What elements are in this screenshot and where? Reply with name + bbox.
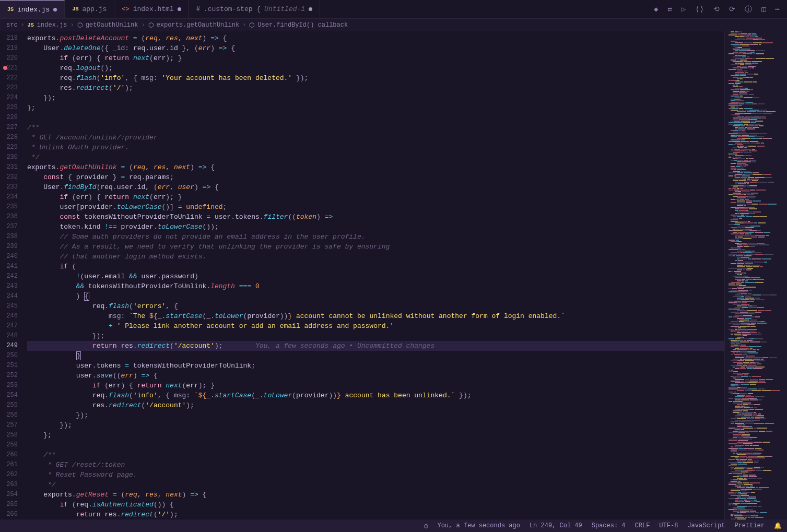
- breadcrumb-part[interactable]: getOauthUnlink: [86, 21, 138, 29]
- symbol-method-icon: ⬡: [148, 21, 154, 29]
- tab-index-js[interactable]: JS index.js: [0, 0, 65, 18]
- tab-label: index.js: [17, 6, 50, 14]
- commit-next-icon[interactable]: ⟳: [729, 5, 735, 14]
- code-icon[interactable]: ⟨⟩: [695, 5, 704, 14]
- commit-prev-icon[interactable]: ⟲: [713, 5, 720, 14]
- clock-icon: ◷: [424, 522, 428, 530]
- status-spaces[interactable]: Spaces: 4: [592, 522, 626, 529]
- more-icon[interactable]: ⋯: [776, 5, 780, 14]
- dirty-indicator-icon: [178, 7, 181, 11]
- js-file-icon: JS: [7, 7, 14, 13]
- breadcrumb-part[interactable]: index.js: [37, 21, 67, 29]
- tab-label: .custom-step {: [204, 5, 261, 13]
- minimap[interactable]: [724, 31, 787, 519]
- symbol-method-icon: ⬡: [249, 21, 254, 29]
- breadcrumb-part[interactable]: User.findById() callback: [257, 21, 348, 29]
- dirty-indicator-icon: [309, 7, 312, 11]
- line-number-gutter[interactable]: 2182192202212222232242252262272282292302…: [0, 31, 27, 519]
- tab-bar: JS index.js JS app.js <> index.html # .c…: [0, 0, 787, 19]
- dirty-indicator-icon: [53, 8, 57, 11]
- diamond-icon[interactable]: ◆: [654, 5, 658, 14]
- html-file-icon: <>: [122, 6, 129, 13]
- info-icon[interactable]: ⓘ: [745, 5, 752, 14]
- compare-icon[interactable]: ⇄: [667, 5, 672, 14]
- run-icon[interactable]: ▷: [682, 5, 686, 14]
- status-formatter[interactable]: Prettier: [734, 522, 765, 529]
- chevron-right-icon: ›: [70, 21, 74, 29]
- breadcrumb[interactable]: src › JS index.js › ⬡ getOauthUnlink › ⬡…: [0, 19, 787, 31]
- breadcrumb-part[interactable]: exports.getOauthUnlink: [157, 21, 239, 29]
- breadcrumb-part[interactable]: src: [6, 21, 18, 29]
- tab-label: index.html: [133, 5, 174, 13]
- status-encoding[interactable]: UTF-8: [659, 522, 678, 529]
- split-editor-icon[interactable]: ◫: [761, 5, 766, 14]
- tab-label: app.js: [82, 5, 107, 13]
- js-file-icon: JS: [72, 6, 78, 12]
- status-bar: ◷ You, a few seconds ago Ln 249, Col 49 …: [0, 519, 787, 532]
- chevron-right-icon: ›: [242, 21, 246, 29]
- tab-index-html[interactable]: <> index.html: [114, 0, 189, 18]
- tab-sublabel: Untitled-1: [264, 5, 305, 13]
- js-file-icon: JS: [28, 22, 34, 28]
- bell-icon[interactable]: 🔔: [774, 522, 782, 530]
- tab-app-js[interactable]: JS app.js: [65, 0, 114, 18]
- chevron-right-icon: ›: [21, 21, 25, 29]
- status-eol[interactable]: CRLF: [635, 522, 650, 529]
- status-cursor[interactable]: Ln 249, Col 49: [530, 522, 582, 529]
- tab-untitled-css[interactable]: # .custom-step { Untitled-1: [189, 0, 320, 18]
- editor-area: 2182192202212222232242252262272282292302…: [0, 31, 787, 519]
- symbol-method-icon: ⬡: [77, 21, 83, 29]
- code-editor[interactable]: exports.postDeleteAccount = (req, res, n…: [27, 31, 724, 519]
- css-file-icon: #: [196, 6, 200, 13]
- chevron-right-icon: ›: [141, 21, 145, 29]
- status-blame[interactable]: You, a few seconds ago: [437, 522, 520, 529]
- status-language[interactable]: JavaScript: [687, 522, 725, 529]
- editor-actions: ◆ ⇄ ▷ ⟨⟩ ⟲ ⟳ ⓘ ◫ ⋯: [654, 0, 787, 18]
